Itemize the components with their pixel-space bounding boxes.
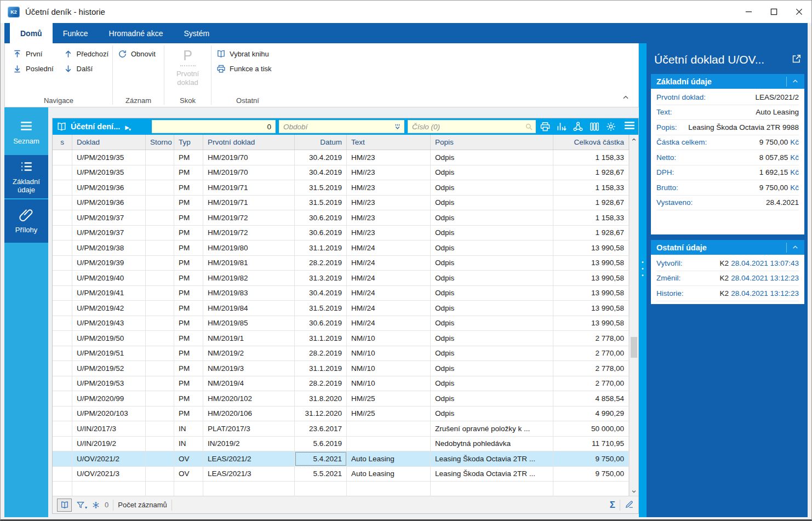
cell-popis: Odpis xyxy=(431,165,553,180)
snowflake-icon xyxy=(92,501,100,509)
field-value: Auto Leasing xyxy=(756,108,799,116)
lookup-input[interactable] xyxy=(152,121,275,133)
settings-button[interactable] xyxy=(605,121,616,133)
table-row[interactable]: U/PM/2019/41PMHM/2019/8330.4.2019HM//24O… xyxy=(53,286,629,301)
detail-field: Historie:K228.04.2021 13:12:23 xyxy=(656,286,799,301)
period-selector-icon[interactable] xyxy=(391,123,404,131)
table-row[interactable]: U/PM/2019/35PMHM/2019/7030.4.2019HM//23O… xyxy=(53,150,629,165)
cell-text xyxy=(347,421,431,436)
print-button[interactable] xyxy=(539,121,551,133)
collapse-section-button[interactable] xyxy=(786,243,799,253)
section-header[interactable]: Základní údaje xyxy=(651,74,804,89)
popout-button[interactable] xyxy=(791,54,803,66)
sidebar-item-prilohy[interactable]: Přílohy xyxy=(4,199,48,243)
chart-export-button[interactable] xyxy=(556,121,567,133)
edit-button[interactable] xyxy=(625,499,634,511)
cell-doklad: U/IN/2019/2 xyxy=(72,437,146,451)
cell-prvotni: HM/2019/85 xyxy=(203,316,295,331)
tab-hromadne-akce[interactable]: Hromadné akce xyxy=(99,23,174,43)
cell-storno xyxy=(146,196,174,210)
previous-button[interactable]: Předchozí xyxy=(59,47,114,61)
column-header-4[interactable]: Prvotní doklad xyxy=(203,135,295,150)
sum-button[interactable]: Σ xyxy=(610,500,615,511)
refresh-button[interactable]: Obnovit xyxy=(113,47,164,61)
table-row[interactable]: U/PM/2019/51PMNM/2019/228.2.2019NM//10Od… xyxy=(53,346,629,362)
table-row[interactable]: U/IN/2017/3INPLAT/2017/323.6.2017Zrušení… xyxy=(53,421,629,437)
book-view-toggle[interactable] xyxy=(57,499,72,512)
table-row[interactable]: U/PM/2019/52PMNM/2019/331.1.2019NM//10Od… xyxy=(53,361,629,376)
vertical-scrollbar[interactable] xyxy=(629,135,638,496)
close-button[interactable] xyxy=(786,1,811,23)
table-row[interactable]: U/PM/2019/42PMHM/2019/8431.5.2019HM//24O… xyxy=(53,301,629,316)
ribbon-group-navigace: První Poslední Předchozí Další Navigace xyxy=(5,43,112,107)
column-header-5[interactable]: Datum xyxy=(295,135,347,150)
column-header-3[interactable]: Typ xyxy=(174,135,203,150)
table-row[interactable]: U/PM/2019/39PMHM/2019/8128.2.2019HM//24O… xyxy=(53,256,629,271)
table-row[interactable]: U/PM/2019/40PMHM/2019/8231.3.2019HM//24O… xyxy=(53,271,629,286)
column-header-2[interactable]: Storno xyxy=(146,135,174,150)
source-document-button: P Prvotní doklad xyxy=(164,47,211,94)
table-row[interactable]: U/PM/2019/38PMHM/2019/8031.1.2019HM//24O… xyxy=(53,241,629,256)
freeze-button[interactable] xyxy=(92,501,100,509)
table-row[interactable]: U/PM/2019/43PMHM/2019/8530.6.2019HM//24O… xyxy=(53,316,629,331)
scroll-down-button[interactable] xyxy=(630,486,638,496)
cell-storno xyxy=(146,180,174,195)
select-book-button[interactable]: Vybrat knihu xyxy=(211,47,284,61)
column-header-8[interactable]: Celková částka xyxy=(553,135,629,150)
cell-prvotni: NM/2019/1 xyxy=(203,331,295,346)
table-row[interactable]: U/PM/2020/99PMHM/2020/10231.8.2020HM//25… xyxy=(53,391,629,407)
tab-funkce[interactable]: Funkce xyxy=(53,23,99,43)
number-search-input[interactable] xyxy=(408,121,522,133)
maximize-button[interactable] xyxy=(761,1,786,23)
column-header-6[interactable]: Text xyxy=(347,135,431,150)
table-row[interactable]: U/IN/2019/2ININ/2019/25.6.2019Nedobytná … xyxy=(53,437,629,452)
column-settings-button[interactable] xyxy=(588,121,600,133)
sidebar-item-zakladni-udaje[interactable]: Základní údaje xyxy=(4,155,48,198)
next-button[interactable]: Další xyxy=(59,61,114,76)
cell-popis: Odpis xyxy=(431,361,553,376)
cell-popis: Odpis xyxy=(431,391,553,406)
panel-splitter[interactable] xyxy=(639,43,647,517)
play-caret-icon[interactable]: ▶▾ xyxy=(125,124,131,130)
functions-print-button[interactable]: Funkce a tisk xyxy=(211,61,284,76)
collapse-ribbon-button[interactable] xyxy=(622,94,631,102)
column-header-7[interactable]: Popis xyxy=(431,135,553,150)
table-row[interactable]: U/PM/2019/36PMHM/2019/7131.5.2019HM//23O… xyxy=(53,180,629,196)
scroll-up-button[interactable] xyxy=(630,135,638,144)
related-records-button[interactable] xyxy=(572,121,584,133)
table-row[interactable]: U/PM/2019/37PMHM/2019/7230.6.2019HM//23O… xyxy=(53,226,629,241)
scrollbar-thumb[interactable] xyxy=(631,337,637,358)
table-row[interactable]: U/PM/2019/35PMHM/2019/7030.4.2019HM//23O… xyxy=(53,165,629,181)
tab-system[interactable]: Systém xyxy=(173,23,220,43)
column-header-1[interactable]: Doklad xyxy=(72,135,146,150)
collapse-section-button[interactable] xyxy=(786,77,799,87)
table-row[interactable]: U/PM/2019/37PMHM/2019/7230.6.2019HM//23O… xyxy=(53,210,629,226)
table-row[interactable]: U/PM/2019/53PMNM/2019/428.2.2019NM//10Od… xyxy=(53,376,629,392)
cell-storno xyxy=(146,210,174,225)
filler-cell xyxy=(203,482,295,496)
ribbon-group-ostatni: Vybrat knihu Funkce a tisk Ostatní xyxy=(211,43,284,107)
cell-text: HM//23 xyxy=(347,180,431,195)
period-input[interactable] xyxy=(279,121,391,133)
cell-popis: Odpis xyxy=(431,316,553,331)
column-header-0[interactable]: s xyxy=(53,135,72,150)
filter-button[interactable]: ▾ xyxy=(76,501,87,509)
minimize-button[interactable] xyxy=(736,1,761,23)
last-button[interactable]: Poslední xyxy=(8,61,59,76)
book-selector-button[interactable]: Účetní dení... ▶▾ xyxy=(56,122,148,132)
table-row[interactable]: U/PM/2020/103PMHM/2020/10631.12.2020HM//… xyxy=(53,407,629,422)
table-menu-button[interactable] xyxy=(623,119,636,134)
sidebar-item-seznam[interactable]: Seznam xyxy=(4,111,48,154)
table-row[interactable]: U/PM/2019/36PMHM/2019/7131.5.2019HM//23O… xyxy=(53,196,629,211)
tab-domu[interactable]: Domů xyxy=(10,23,53,43)
table-row[interactable]: U/OV/2021/2OVLEAS/2021/25.4.2021Auto Lea… xyxy=(53,451,629,467)
first-button[interactable]: První xyxy=(8,47,59,61)
search-icon[interactable] xyxy=(522,123,535,131)
table-row[interactable]: U/PM/2019/50PMNM/2019/131.1.2019NM//10Od… xyxy=(53,331,629,346)
section-header[interactable]: Ostatní údaje xyxy=(651,240,804,255)
cell-castka: 2 770,00 xyxy=(553,376,629,391)
cell-text: HM//23 xyxy=(347,210,431,225)
section-zakladni-udaje: Základní údaje Prvotní doklad:LEAS/2021/… xyxy=(651,74,804,234)
table-row[interactable]: U/OV/2021/3OVLEAS/2021/35.5.2021Auto Lea… xyxy=(53,467,629,482)
cell-prvotni: HM/2019/81 xyxy=(203,256,295,271)
